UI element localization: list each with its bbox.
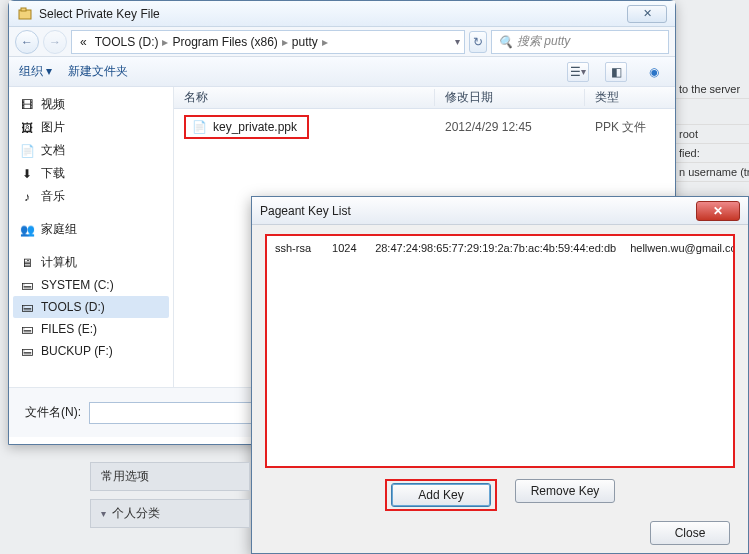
breadcrumb-seg[interactable]: Program Files (x86) — [168, 35, 281, 49]
nav-label: 文档 — [41, 142, 65, 159]
new-folder-button[interactable]: 新建文件夹 — [68, 63, 128, 80]
background-sidebar: 常用选项 ▾ 个人分类 — [90, 462, 250, 536]
nav-label: 计算机 — [41, 254, 77, 271]
drive-icon: 🖴 — [19, 321, 35, 337]
key-algo: ssh-rsa — [275, 242, 329, 254]
dialog-title: Select Private Key File — [39, 7, 623, 21]
chevron-right-icon: ▸ — [322, 35, 328, 49]
chevron-down-icon: ▾ — [101, 508, 106, 519]
pageant-dialog: Pageant Key List ✕ ssh-rsa 1024 28:47:24… — [251, 196, 749, 554]
arrow-right-icon: → — [49, 35, 61, 49]
help-button[interactable]: ◉ — [643, 62, 665, 82]
search-icon: 🔍 — [498, 35, 513, 49]
filename-label: 文件名(N): — [25, 404, 81, 421]
bg-line: fied: — [675, 144, 749, 163]
nav-label: TOOLS (D:) — [41, 300, 105, 314]
breadcrumb-root[interactable]: « — [76, 35, 91, 49]
key-row[interactable]: ssh-rsa 1024 28:47:24:98:65:77:29:19:2a:… — [275, 242, 725, 254]
help-icon: ◉ — [649, 65, 659, 79]
col-date[interactable]: 修改日期 — [435, 89, 585, 106]
homegroup-icon: 👥 — [19, 222, 35, 238]
bg-line: root — [675, 125, 749, 144]
drive-icon: 🖴 — [19, 277, 35, 293]
drive-icon: 🖴 — [19, 343, 35, 359]
section-personal-category[interactable]: ▾ 个人分类 — [90, 499, 250, 528]
nav-item-pictures[interactable]: 🖼图片 — [13, 116, 169, 139]
preview-pane-button[interactable]: ◧ — [605, 62, 627, 82]
nav-item-music[interactable]: ♪音乐 — [13, 185, 169, 208]
bg-line: n username (tran — [675, 163, 749, 182]
nav-item-video[interactable]: 🎞视频 — [13, 93, 169, 116]
pageant-title: Pageant Key List — [260, 204, 696, 218]
close-icon: ✕ — [713, 204, 723, 218]
bg-line: to the server — [675, 80, 749, 99]
nav-label: FILES (E:) — [41, 322, 97, 336]
close-button[interactable]: ✕ — [627, 5, 667, 23]
chevron-down-icon[interactable]: ▾ — [455, 36, 460, 47]
downloads-icon: ⬇ — [19, 166, 35, 182]
search-input[interactable]: 🔍 搜索 putty — [491, 30, 669, 54]
music-icon: ♪ — [19, 189, 35, 205]
refresh-button[interactable]: ↻ — [469, 31, 487, 53]
computer-icon: 🖥 — [19, 255, 35, 271]
svg-rect-1 — [21, 8, 26, 11]
view-icon: ☰ — [570, 65, 581, 79]
nav-item-drive-c[interactable]: 🖴SYSTEM (C:) — [13, 274, 169, 296]
file-row[interactable]: 📄 key_private.ppk 2012/4/29 12:45 PPK 文件 — [174, 115, 675, 139]
breadcrumb-seg[interactable]: putty — [288, 35, 322, 49]
panel-icon: ◧ — [611, 65, 622, 79]
key-fingerprint: 28:47:24:98:65:77:29:19:2a:7b:ac:4b:59:4… — [375, 242, 627, 254]
button-label: Close — [675, 526, 706, 540]
navigation-pane: 🎞视频 🖼图片 📄文档 ⬇下载 ♪音乐 👥家庭组 🖥计算机 🖴SYSTEM (C… — [9, 87, 174, 387]
nav-item-downloads[interactable]: ⬇下载 — [13, 162, 169, 185]
close-icon: ✕ — [643, 7, 652, 19]
nav-item-documents[interactable]: 📄文档 — [13, 139, 169, 162]
pageant-titlebar[interactable]: Pageant Key List ✕ — [252, 197, 748, 225]
breadcrumb-seg[interactable]: TOOLS (D:) — [91, 35, 163, 49]
column-headers[interactable]: 名称 修改日期 类型 — [174, 87, 675, 109]
file-type: PPK 文件 — [585, 119, 675, 136]
nav-item-drive-f[interactable]: 🖴BUCKUP (F:) — [13, 340, 169, 362]
breadcrumb-bar: ← → « TOOLS (D:) ▸ Program Files (x86) ▸… — [9, 27, 675, 57]
nav-item-drive-d[interactable]: 🖴TOOLS (D:) — [13, 296, 169, 318]
file-icon: 📄 — [192, 120, 207, 134]
key-bits: 1024 — [332, 242, 372, 254]
col-name[interactable]: 名称 — [174, 89, 435, 106]
search-placeholder: 搜索 putty — [517, 33, 570, 50]
nav-forward-button[interactable]: → — [43, 30, 67, 54]
view-menu[interactable]: ☰ ▾ — [567, 62, 589, 82]
video-icon: 🎞 — [19, 97, 35, 113]
app-icon — [17, 6, 33, 22]
nav-back-button[interactable]: ← — [15, 30, 39, 54]
nav-label: 家庭组 — [41, 221, 77, 238]
nav-item-homegroup[interactable]: 👥家庭组 — [13, 218, 169, 241]
nav-label: BUCKUP (F:) — [41, 344, 113, 358]
nav-label: SYSTEM (C:) — [41, 278, 114, 292]
breadcrumb[interactable]: « TOOLS (D:) ▸ Program Files (x86) ▸ put… — [71, 30, 465, 54]
key-comment: hellwen.wu@gmail.com — [630, 242, 734, 254]
key-list[interactable]: ssh-rsa 1024 28:47:24:98:65:77:29:19:2a:… — [266, 235, 734, 467]
close-dialog-button[interactable]: Close — [650, 521, 730, 545]
close-button[interactable]: ✕ — [696, 201, 740, 221]
background-panel: to the server root fied: n username (tra… — [675, 80, 749, 182]
nav-label: 音乐 — [41, 188, 65, 205]
col-type[interactable]: 类型 — [585, 89, 675, 106]
nav-item-drive-e[interactable]: 🖴FILES (E:) — [13, 318, 169, 340]
titlebar[interactable]: Select Private Key File ✕ — [9, 1, 675, 27]
arrow-left-icon: ← — [21, 35, 33, 49]
section-label: 常用选项 — [101, 468, 149, 485]
file-date: 2012/4/29 12:45 — [435, 120, 585, 134]
documents-icon: 📄 — [19, 143, 35, 159]
nav-item-computer[interactable]: 🖥计算机 — [13, 251, 169, 274]
pictures-icon: 🖼 — [19, 120, 35, 136]
remove-key-button[interactable]: Remove Key — [515, 479, 615, 503]
section-common-options[interactable]: 常用选项 — [90, 462, 250, 491]
drive-icon: 🖴 — [19, 299, 35, 315]
refresh-icon: ↻ — [473, 35, 483, 49]
nav-label: 图片 — [41, 119, 65, 136]
nav-label: 视频 — [41, 96, 65, 113]
button-label: Remove Key — [531, 484, 600, 498]
add-key-button[interactable]: Add Key — [391, 483, 491, 507]
nav-label: 下载 — [41, 165, 65, 182]
organize-menu[interactable]: 组织 ▾ — [19, 63, 52, 80]
